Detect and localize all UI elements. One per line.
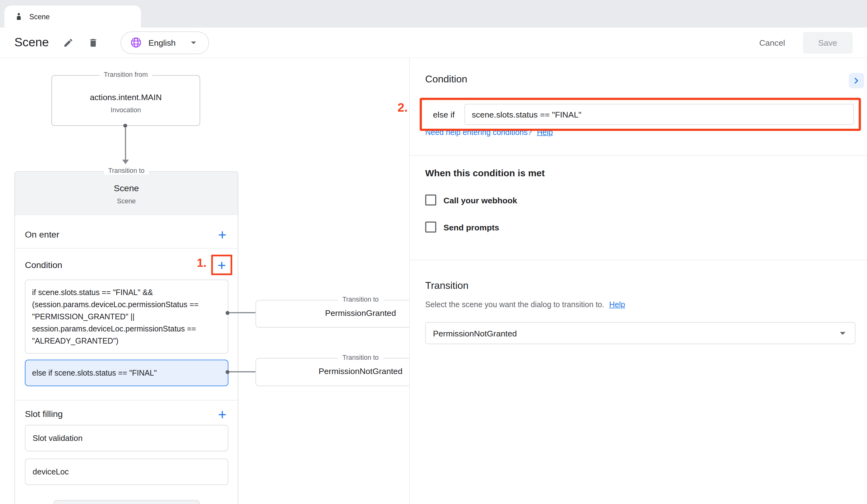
transition-to-legend: Transition to: [338, 353, 383, 361]
condition-detail-panel: Condition Need help entering conditions?…: [409, 58, 867, 504]
language-selector[interactable]: English: [121, 31, 209, 54]
chevron-right-icon: [850, 75, 863, 87]
chevron-down-icon: [188, 36, 200, 48]
save-button[interactable]: Save: [803, 32, 853, 53]
condition-item[interactable]: if scene.slots.status == "FINAL" && (ses…: [25, 280, 228, 353]
annotation-step-1: 1.: [197, 256, 207, 270]
tab-title: Scene: [29, 12, 50, 21]
scene-card-subtitle: Scene: [15, 197, 238, 205]
transition-help-line: Select the scene you want the dialog to …: [425, 300, 625, 309]
send-prompts-checkbox[interactable]: [425, 221, 436, 232]
edit-scene-button[interactable]: [61, 35, 76, 50]
add-condition-button[interactable]: +: [215, 258, 228, 272]
call-webhook-option[interactable]: Call your webhook: [425, 194, 517, 206]
cancel-button[interactable]: Cancel: [749, 32, 795, 53]
when-condition-met-heading: When this condition is met: [425, 168, 545, 179]
page-header: Scene English Cancel Save: [0, 28, 867, 58]
transition-scene-dropdown[interactable]: PermissionNotGranted: [425, 322, 855, 344]
panel-transition-heading: Transition: [425, 280, 468, 292]
browser-tab[interactable]: Scene: [4, 6, 141, 28]
webhook-checkbox-label: Call your webhook: [443, 195, 517, 205]
slot-filling-section: Slot filling +: [25, 404, 229, 425]
scene-card-header: Scene Scene: [15, 172, 238, 215]
intent-name: actions.intent.MAIN: [52, 92, 200, 102]
collapse-panel-button[interactable]: [849, 73, 864, 89]
webhook-checkbox[interactable]: [425, 194, 436, 206]
connector-line: [125, 128, 126, 160]
divider: [15, 400, 238, 401]
on-enter-section: On enter +: [25, 223, 229, 246]
condition-input[interactable]: [464, 104, 854, 125]
transition-scene-value: PermissionNotGranted: [433, 328, 517, 338]
slot-item[interactable]: Slot validation: [25, 425, 228, 451]
condition-label: Condition: [25, 260, 62, 270]
globe-icon: [130, 36, 142, 48]
next-section-stub: [54, 500, 200, 504]
transition-help-text: Select the scene you want the dialog to …: [425, 300, 604, 309]
transition-to-legend: Transition to: [104, 167, 149, 175]
page-title: Scene: [14, 35, 49, 50]
scene-node-card: Transition to Scene Scene On enter + Con…: [14, 171, 238, 504]
browser-tab-strip: Scene: [0, 0, 867, 28]
slot-filling-label: Slot filling: [25, 409, 63, 419]
transition-help-link[interactable]: Help: [609, 300, 625, 309]
trash-icon: [88, 37, 99, 48]
add-on-enter-button[interactable]: +: [216, 228, 229, 242]
chevron-down-icon: [836, 327, 849, 340]
send-prompts-checkbox-label: Send prompts: [443, 222, 499, 232]
on-enter-label: On enter: [25, 230, 60, 240]
connector-dot: [123, 124, 127, 128]
intent-subtitle: Invocation: [52, 106, 200, 114]
app-window: Scene Scene English Cancel Save: [0, 0, 867, 504]
pencil-icon: [63, 37, 74, 48]
transition-to-legend: Transition to: [338, 296, 383, 304]
language-label: English: [148, 38, 175, 47]
send-prompts-option[interactable]: Send prompts: [425, 221, 499, 232]
panel-condition-heading: Condition: [425, 73, 467, 85]
scene-card-title: Scene: [15, 184, 238, 194]
divider: [410, 155, 867, 156]
slot-item[interactable]: deviceLoc: [25, 459, 228, 485]
annotation-highlight-box-2: else if: [420, 98, 861, 131]
divider: [15, 248, 238, 249]
assistant-icon: [14, 12, 23, 21]
annotation-highlight-box-1: +: [211, 255, 233, 275]
delete-scene-button[interactable]: [86, 35, 101, 50]
else-if-label: else if: [433, 110, 455, 119]
transition-from-node[interactable]: Transition from actions.intent.MAIN Invo…: [51, 75, 200, 126]
connector-arrowhead: [122, 160, 129, 164]
add-slot-button[interactable]: +: [216, 407, 229, 421]
condition-item-selected[interactable]: else if scene.slots.status == "FINAL": [25, 360, 228, 386]
transition-from-legend: Transition from: [99, 70, 152, 78]
divider: [410, 260, 867, 260]
annotation-step-2: 2.: [398, 100, 408, 115]
